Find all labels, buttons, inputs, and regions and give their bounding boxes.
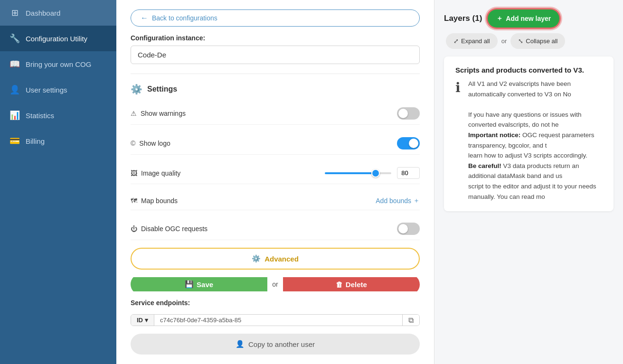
settings-label: Settings <box>147 85 177 93</box>
delete-button[interactable]: 🗑 Delete <box>283 277 420 291</box>
right-panel: Layers (1) ＋ Add new layer ⤢ Expand all … <box>434 0 623 364</box>
or-text: or <box>267 277 283 291</box>
sidebar-item-label: Dashboard <box>26 9 60 17</box>
quality-control <box>325 167 420 179</box>
quality-value-input[interactable] <box>397 167 420 179</box>
statistics-icon: 📊 <box>9 110 20 121</box>
collapse-icon: ⤡ <box>518 37 523 45</box>
back-label: Back to configurations <box>152 14 217 22</box>
billing-icon: 💳 <box>9 136 20 146</box>
sidebar: ⊞ Dashboard 🔧 Configuration Utility 📖 Br… <box>0 0 116 364</box>
advanced-button[interactable]: ⚙️ Advanced <box>131 248 420 270</box>
show-warnings-toggle[interactable] <box>397 107 420 120</box>
advanced-gear-icon: ⚙️ <box>252 254 261 263</box>
image-icon: 🖼 <box>131 169 137 177</box>
quality-slider[interactable] <box>325 172 391 174</box>
instance-label: Configuration instance: <box>131 34 420 42</box>
info-card-title: Scripts and products converted to V3. <box>455 66 602 74</box>
expand-collapse-area: ⤢ Expand all or ⤡ Collapse all <box>446 33 565 49</box>
sidebar-item-label: Statistics <box>26 112 54 120</box>
instance-section: Configuration instance: <box>131 34 420 64</box>
book-icon: 📖 <box>9 59 20 69</box>
toggle-slider-logo[interactable] <box>397 137 420 149</box>
toggle-slider-ogc[interactable] <box>397 223 420 235</box>
settings-header: ⚙️ Settings <box>131 84 420 95</box>
sidebar-item-label: Configuration Utility <box>26 35 87 43</box>
dashboard-icon: ⊞ <box>9 8 20 18</box>
endpoints-label: Service endpoints: <box>131 299 420 307</box>
sidebar-item-user-settings[interactable]: 👤 User settings <box>0 77 116 103</box>
save-icon: 💾 <box>185 280 194 289</box>
info-card: Scripts and products converted to V3. ℹ … <box>444 56 614 211</box>
map-bounds-row: 🗺 Map bounds Add bounds ＋ <box>131 192 420 210</box>
sidebar-item-bring-your-own-cog[interactable]: 📖 Bring your own COG <box>0 51 116 77</box>
show-logo-row: © Show logo <box>131 132 420 155</box>
endpoint-value-input[interactable] <box>154 314 402 326</box>
save-delete-row: 💾 Save or 🗑 Delete <box>131 277 420 291</box>
main-area: ← Back to configurations Configuration i… <box>116 0 623 364</box>
user-copy-icon: 👤 <box>236 340 245 348</box>
copy-icon: ⧉ <box>408 316 414 325</box>
endpoint-row: ID ▾ ⧉ <box>131 314 420 326</box>
sidebar-item-label: Bring your own COG <box>26 60 91 68</box>
instance-input[interactable] <box>131 46 420 64</box>
image-quality-row: 🖼 Image quality <box>131 162 420 184</box>
endpoint-type-selector[interactable]: ID ▾ <box>131 314 154 326</box>
trash-icon: 🗑 <box>336 280 343 289</box>
copy-to-user-button[interactable]: 👤 Copy to another user <box>131 334 420 355</box>
layers-header: Layers (1) ＋ Add new layer ⤢ Expand all … <box>444 9 614 49</box>
map-icon: 🗺 <box>131 197 137 205</box>
sidebar-item-label: User settings <box>26 86 67 94</box>
power-icon: ⏻ <box>131 225 137 233</box>
sidebar-item-billing[interactable]: 💳 Billing <box>0 128 116 154</box>
collapse-all-button[interactable]: ⤡ Collapse all <box>510 33 565 49</box>
copy-endpoint-button[interactable]: ⧉ <box>402 314 419 326</box>
expand-icon: ⤢ <box>453 37 459 45</box>
show-warnings-row: ⚠ Show warnings <box>131 103 420 125</box>
user-icon: 👤 <box>9 84 20 95</box>
arrow-left-icon: ← <box>141 14 148 22</box>
or-label: or <box>501 37 507 45</box>
logo-icon: © <box>131 140 135 147</box>
warning-icon: ⚠ <box>131 110 137 117</box>
disable-ogc-row: ⏻ Disable OGC requests <box>131 218 420 240</box>
config-panel: ← Back to configurations Configuration i… <box>116 0 434 364</box>
toggle-slider-warnings[interactable] <box>397 107 420 120</box>
plus-circle-icon: ＋ <box>496 14 503 23</box>
sidebar-item-label: Billing <box>26 137 45 145</box>
expand-all-button[interactable]: ⤢ Expand all <box>446 33 498 49</box>
back-button[interactable]: ← Back to configurations <box>131 9 420 27</box>
info-card-body: ℹ All V1 and V2 evalscripts have been au… <box>455 79 602 202</box>
info-icon: ℹ <box>455 79 461 202</box>
show-logo-toggle[interactable] <box>397 137 420 149</box>
settings-section: ⚙️ Settings <box>131 84 420 95</box>
configuration-icon: 🔧 <box>9 33 20 44</box>
show-logo-label: © Show logo <box>131 140 170 147</box>
disable-ogc-label: ⏻ Disable OGC requests <box>131 225 208 233</box>
settings-gear-icon: ⚙️ <box>131 84 142 95</box>
add-bounds-link[interactable]: Add bounds ＋ <box>376 196 420 205</box>
add-layer-button[interactable]: ＋ Add new layer <box>488 9 559 28</box>
advanced-label: Advanced <box>264 255 299 263</box>
chevron-down-icon: ▾ <box>145 317 148 324</box>
save-button[interactable]: 💾 Save <box>131 277 267 291</box>
plus-icon: ＋ <box>413 196 420 205</box>
map-bounds-label: 🗺 Map bounds <box>131 197 178 205</box>
image-quality-label: 🖼 Image quality <box>131 169 180 177</box>
sidebar-item-configuration-utility[interactable]: 🔧 Configuration Utility <box>0 26 116 51</box>
disable-ogc-toggle[interactable] <box>397 223 420 235</box>
layers-title: Layers (1) <box>444 14 482 23</box>
divider <box>131 74 420 74</box>
info-card-text: All V1 and V2 evalscripts have been auto… <box>468 79 602 202</box>
sidebar-item-statistics[interactable]: 📊 Statistics <box>0 103 116 128</box>
service-endpoints-section: Service endpoints: <box>131 299 420 307</box>
show-warnings-label: ⚠ Show warnings <box>131 110 186 117</box>
sidebar-item-dashboard[interactable]: ⊞ Dashboard <box>0 0 116 26</box>
